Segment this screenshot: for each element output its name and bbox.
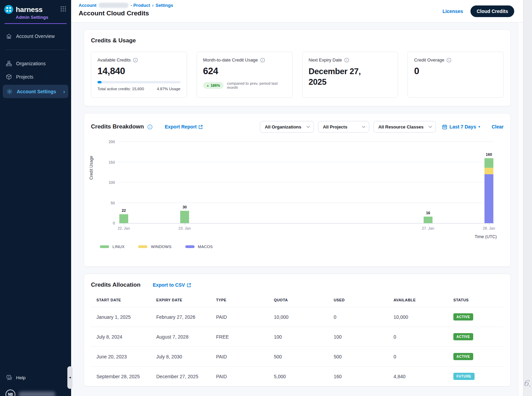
bar-28-jan[interactable] — [484, 158, 493, 223]
credits-breakdown-chart: Credit Usage Time (UTC) LINUXWINDOWSMACO… — [91, 142, 504, 255]
help-icon: ? — [6, 374, 13, 381]
external-link-icon — [198, 125, 203, 129]
page-header: Account - Product › Settings Account Clo… — [71, 0, 523, 23]
column-header: TYPE — [211, 295, 268, 307]
cell-available: 0 — [388, 354, 448, 359]
x-axis-title: Time (UTC) — [475, 234, 497, 239]
trend-value: 186% — [211, 83, 220, 87]
credit-overage-card: Credit Overage 0 — [408, 52, 504, 98]
vertical-scrollbar[interactable] — [518, 23, 523, 396]
legend-item-linux[interactable]: LINUX — [100, 245, 124, 249]
bar-value-label: 16 — [418, 211, 438, 215]
info-icon[interactable] — [133, 58, 138, 63]
bar-segment-macos — [484, 174, 493, 223]
y-tick-label: 50 — [101, 201, 115, 205]
bar-23-jan[interactable] — [180, 211, 189, 223]
table-row[interactable]: July 8, 2024August 7, 2028FREE1001000ACT… — [91, 327, 504, 346]
x-tick — [489, 223, 489, 225]
next-expiry-value: December 27, 2025 — [309, 66, 381, 87]
licenses-link[interactable]: Licenses — [442, 9, 463, 14]
credits-allocation-section: Credits Allocation Export to CSV START D… — [84, 274, 511, 386]
bar-22-jan[interactable] — [119, 214, 128, 223]
cell-available: 0 — [388, 334, 448, 340]
cell-start: July 8, 2024 — [91, 334, 151, 340]
nav-divider — [5, 50, 66, 50]
legend-label: MACOS — [198, 245, 213, 249]
credit-overage-value: 0 — [414, 66, 497, 77]
chart-filters: All Organizations All Projects All Resou… — [260, 121, 504, 133]
table-row[interactable]: June 20, 2023July 8, 2030PAID5005000ACTI… — [91, 346, 504, 366]
next-expiry-label: Next Expiry Date — [309, 57, 342, 63]
cell-available: 4,840 — [388, 374, 448, 379]
breadcrumb-account[interactable]: Account — [79, 3, 96, 8]
bar-segment-linux — [484, 158, 493, 168]
status-badge: FUTURE — [453, 373, 475, 380]
cell-start: June 20, 2023 — [91, 354, 151, 359]
export-report-link[interactable]: Export Report — [165, 124, 203, 129]
cell-used: 0 — [328, 314, 388, 320]
chevron-down-icon — [306, 126, 310, 128]
cell-expiry: July 8, 2030 — [151, 354, 211, 359]
export-csv-link[interactable]: Export to CSV — [153, 282, 191, 288]
column-header: EXPIRY DATE — [151, 295, 211, 307]
header-actions: Licenses Cloud Credits — [442, 5, 514, 17]
clear-filters-link[interactable]: Clear — [492, 124, 504, 129]
trend-badge: ▲ 186% — [203, 82, 224, 89]
brand-underline — [4, 23, 67, 24]
main-content: Credits & Usage Available Credits 14,840… — [71, 23, 523, 396]
organizations-select[interactable]: All Organizations — [260, 121, 314, 133]
sidebar-item-account-settings[interactable]: Account Settings › — [3, 85, 68, 98]
total-active-credits: Total active credits: 15,600 — [97, 87, 144, 91]
org-chart-icon — [5, 60, 12, 67]
next-expiry-card: Next Expiry Date December 27, 2025 — [302, 52, 398, 98]
screenshot-margin — [523, 0, 532, 396]
help-button[interactable]: ? Help — [6, 374, 26, 381]
date-range-picker[interactable]: Last 7 Days ▾ — [442, 124, 480, 129]
info-icon[interactable] — [344, 58, 349, 63]
sidebar-item-projects[interactable]: Projects — [0, 70, 71, 83]
y-tick-label: 100 — [101, 180, 115, 185]
cell-used: 500 — [328, 354, 388, 359]
cloud-credits-button[interactable]: Cloud Credits — [470, 5, 514, 17]
info-icon[interactable] — [147, 124, 152, 129]
svg-text:?: ? — [8, 376, 9, 378]
mtd-usage-label: Month-to-date Credit Usage — [203, 57, 258, 63]
table-row[interactable]: September 28, 2025December 27, 2025PAID5… — [91, 366, 504, 386]
credits-allocation-title: Credits Allocation — [91, 282, 141, 288]
legend-item-macos[interactable]: MACOS — [185, 245, 213, 249]
column-header: STATUS — [448, 295, 504, 307]
projects-select[interactable]: All Projects — [318, 121, 369, 133]
breadcrumb-product[interactable]: - Product — [131, 3, 150, 8]
home-icon — [5, 33, 12, 39]
table-row[interactable]: January 1, 2025February 27, 2026PAID10,0… — [91, 307, 504, 327]
app-grid-icon[interactable] — [60, 6, 66, 13]
user-row[interactable]: NB — [5, 390, 55, 396]
status-badge: ACTIVE — [453, 313, 473, 320]
gridline — [118, 182, 494, 182]
resource-classes-select[interactable]: All Resource Classes — [373, 121, 436, 133]
cell-expiry: August 7, 2028 — [151, 334, 211, 340]
usage-progress-bar — [97, 81, 181, 83]
sidebar-item-label: Organizations — [16, 61, 45, 66]
bar-27-jan[interactable] — [424, 217, 433, 223]
export-csv-label: Export to CSV — [153, 282, 185, 288]
info-icon[interactable] — [260, 58, 265, 63]
redacted-account-name — [98, 3, 129, 8]
info-icon[interactable] — [447, 58, 451, 63]
sidebar-item-account-overview[interactable]: Account Overview — [0, 29, 71, 43]
chevron-down-icon — [428, 126, 432, 128]
legend-item-windows[interactable]: WINDOWS — [138, 245, 171, 249]
sidebar-collapse-handle[interactable]: ◀ — [67, 366, 72, 389]
credits-usage-section: Credits & Usage Available Credits 14,840… — [84, 29, 511, 106]
cell-quota: 500 — [268, 354, 328, 359]
mtd-usage-value: 624 — [203, 66, 286, 77]
export-report-label: Export Report — [165, 124, 197, 129]
cell-type: PAID — [211, 374, 268, 379]
breadcrumb-settings[interactable]: Settings — [156, 3, 173, 8]
sidebar-item-organizations[interactable]: Organizations — [0, 57, 71, 70]
avatar: NB — [5, 390, 15, 396]
credit-overage-label: Credit Overage — [414, 57, 444, 63]
y-axis-title: Credit Usage — [89, 156, 94, 180]
x-tick-label: 23. Jan — [169, 226, 200, 230]
gridline — [118, 141, 494, 142]
